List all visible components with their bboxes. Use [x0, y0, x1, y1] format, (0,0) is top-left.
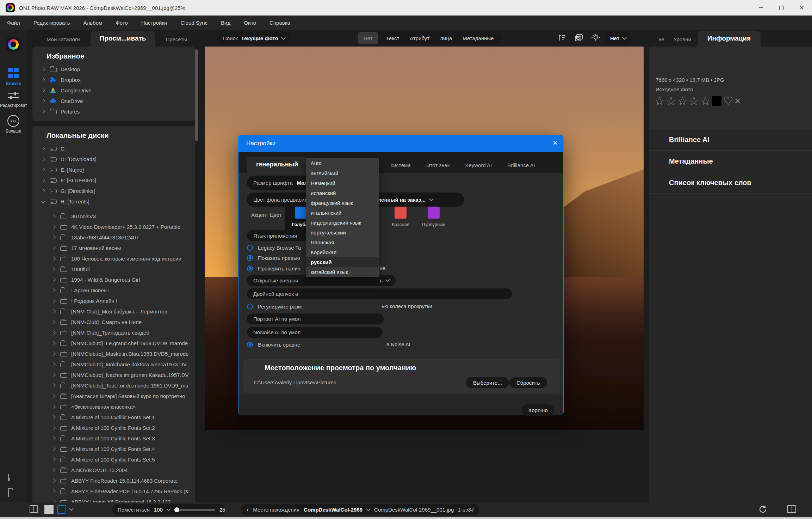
dialog-tab[interactable]: Keyword AI — [464, 158, 493, 173]
chevron-right-icon[interactable] — [51, 436, 55, 440]
info-section-header[interactable]: Brilliance AI — [649, 129, 812, 150]
disk-item[interactable]: E: [Nujno] — [32, 164, 195, 175]
folder-item[interactable]: A.NOVIKOV.31.10.2004 — [32, 465, 195, 475]
folder-item[interactable]: 1994 - Wild & Dangerous Girl — [32, 274, 195, 285]
browser-tab[interactable]: Просм...ивать — [91, 31, 155, 47]
reset-button[interactable]: Сбросить — [509, 377, 547, 388]
chevron-right-icon[interactable] — [51, 500, 55, 502]
disk-item[interactable]: C: — [32, 143, 195, 154]
browser-tab[interactable]: Мои каталоги — [39, 33, 88, 47]
chevron-right-icon[interactable] — [41, 78, 45, 81]
folder-item[interactable]: A Mixture of 100 Cyrillic Fonts Set.3 — [32, 433, 195, 444]
lightbulb-icon[interactable] — [591, 33, 600, 42]
folder-item[interactable]: [NNMClub.to]_Le.grand.chef.1959.DVD9_mar… — [32, 338, 195, 348]
folder-item[interactable]: 3uToolsV3 — [32, 211, 195, 221]
folder-item[interactable]: [NNM-Club]_Смерть на Ниле — [32, 317, 195, 327]
info-tab[interactable]: Уровни — [671, 33, 694, 47]
chevron-icon[interactable] — [41, 189, 45, 193]
info-tab[interactable]: не — [656, 33, 667, 47]
folder-item[interactable]: ABBYY FineReader PDF 16.0.14.7295 RePack… — [32, 486, 195, 496]
language-menu-item[interactable]: французкий язык — [306, 198, 379, 208]
folder-item[interactable]: [NNMClub.to]_Nachts.im.grunen.Kakadu.195… — [32, 370, 195, 380]
heart-icon[interactable]: ♡ — [723, 94, 734, 108]
tree-item[interactable]: Desktop — [32, 64, 195, 74]
chevron-right-icon[interactable] — [41, 67, 45, 71]
double-click-dropdown[interactable]: Двойной щелчок в — [247, 288, 512, 299]
single-view-icon[interactable] — [57, 505, 66, 514]
nonoise-ai-dropdown[interactable]: NoNoise AI по умол — [247, 327, 382, 338]
preview-mode-dropdown[interactable]: Нет — [605, 32, 632, 44]
ok-button[interactable]: Хорошо — [522, 404, 554, 416]
folder-item[interactable]: A Mixture of 100 Cyrillic Fonts Set.4 — [32, 444, 195, 454]
dual-pane-icon[interactable] — [787, 505, 796, 513]
menu-item[interactable]: Вид — [221, 20, 230, 26]
chevron-right-icon[interactable] — [51, 309, 55, 313]
minimize-button[interactable] — [751, 0, 771, 16]
menu-item[interactable]: Настройки — [141, 20, 167, 26]
legacy-browse-radio[interactable]: Legacy Browse Ta — [247, 243, 301, 252]
language-menu-item[interactable]: португальский — [306, 227, 379, 237]
folder-item[interactable]: ABBYY Lingvo X6 Professional 16.2.2.133 — [32, 496, 195, 502]
breadcrumb[interactable]: ‹ Место нахождения CompDeskWalCol-2969 C… — [241, 504, 479, 515]
language-menu-item[interactable]: китайский язык — [306, 267, 379, 277]
folder-item[interactable]: [NNMClub.to]_Maske.in.Blau.1953.DVD5_mar… — [32, 348, 195, 359]
chevron-right-icon[interactable] — [51, 214, 55, 218]
chevron-right-icon[interactable] — [51, 489, 55, 493]
language-menu-item[interactable]: Корейская — [306, 247, 379, 257]
disk-item[interactable]: F: [BLUEBIRD] — [32, 175, 195, 185]
chevron-right-icon[interactable] — [51, 256, 55, 260]
check-updates-radio[interactable]: Проверить налич — [247, 264, 300, 273]
info-section-header[interactable]: Список ключевых слов — [649, 172, 812, 193]
chevron-right-icon[interactable] — [51, 426, 55, 429]
chevron-right-icon[interactable] — [51, 457, 55, 461]
tree-item[interactable]: OneDrive — [32, 96, 195, 106]
accent-swatch[interactable]: Пурпурный — [417, 202, 450, 232]
menu-item[interactable]: Файл — [7, 20, 20, 26]
folder-item[interactable]: [NNMClub.to]_Molchanie.doktora.Ivenca197… — [32, 359, 195, 370]
rail-edit-button[interactable]: Редактировать — [0, 92, 27, 108]
star-icon[interactable]: ☆ — [665, 94, 677, 108]
chevron-icon[interactable] — [41, 167, 45, 171]
menu-item[interactable]: Справка — [269, 20, 290, 26]
folder-item[interactable]: ABBYY FineReader 15.0.114.4683 Corporate — [32, 475, 195, 486]
quick-export-button[interactable] — [8, 490, 9, 496]
chevron-right-icon[interactable] — [41, 109, 45, 113]
back-chevron-icon[interactable]: ‹ — [247, 506, 249, 513]
chevron-right-icon[interactable] — [51, 468, 55, 472]
browser-scrollbar[interactable] — [195, 49, 198, 141]
tree-item[interactable]: Dropbox — [32, 74, 195, 85]
chevron-right-icon[interactable] — [51, 362, 55, 366]
chevron-icon[interactable] — [41, 199, 45, 203]
star-icon[interactable]: ☆ — [688, 94, 700, 108]
menu-item[interactable]: Фото — [116, 20, 128, 26]
chevron-right-icon[interactable] — [51, 277, 55, 281]
rail-browse-button[interactable]: Browse — [0, 68, 27, 86]
star-icon[interactable]: ☆ — [700, 94, 711, 108]
folder-item[interactable]: 4K Video Downloader+ 25.3.2.0227 + Porta… — [32, 221, 195, 232]
menu-item[interactable]: Окно — [244, 20, 256, 26]
sort-icon[interactable] — [558, 33, 566, 42]
refresh-icon[interactable] — [758, 505, 767, 514]
filter-option[interactable]: лица — [440, 35, 452, 41]
scroll-wheel-radio[interactable]: Регулируйте разм — [247, 302, 302, 311]
batch-settings-icon[interactable] — [574, 33, 583, 42]
star-icon[interactable]: ☆ — [654, 94, 665, 108]
dialog-tab[interactable]: Этот знак — [425, 158, 451, 173]
chevron-right-icon[interactable] — [51, 415, 55, 419]
chevron-right-icon[interactable] — [51, 373, 55, 377]
chevron-right-icon[interactable] — [51, 478, 55, 482]
language-menu-item[interactable]: испанский — [306, 188, 379, 198]
info-section-header[interactable]: Метаданные — [649, 150, 812, 172]
choose-button[interactable]: Выберите... — [466, 377, 509, 388]
chevron-right-icon[interactable] — [51, 235, 55, 239]
portrait-ai-dropdown[interactable]: Портрет AI по умол — [247, 313, 384, 324]
chevron-right-icon[interactable] — [41, 99, 45, 103]
chevron-right-icon[interactable] — [51, 246, 55, 250]
browser-tab[interactable]: Пресеты — [158, 33, 194, 47]
filter-option[interactable]: Атрибут — [410, 35, 429, 41]
language-menu-item[interactable]: Auto — [306, 158, 379, 168]
split-compare-radio[interactable]: Включить сравне — [247, 340, 300, 349]
language-menu-item[interactable]: русский — [306, 257, 379, 267]
disk-item[interactable]: G: [Directlinks] — [32, 185, 195, 196]
chevron-right-icon[interactable] — [51, 330, 55, 334]
